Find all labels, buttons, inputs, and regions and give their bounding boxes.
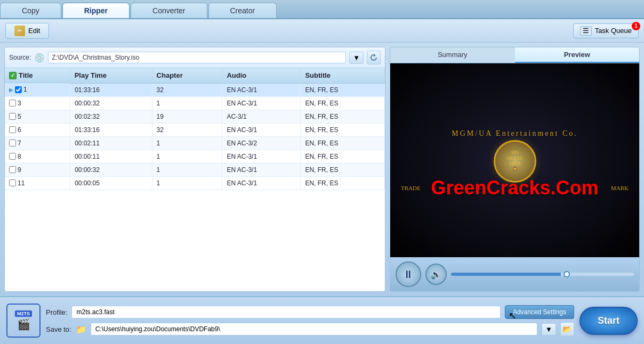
- m2ts-badge: M2TS: [15, 310, 32, 317]
- table-row[interactable]: 1100:00:051EN AC-3/1EN, FR, ES: [5, 176, 385, 190]
- table-row[interactable]: ▶101:33:1632EN AC-3/1EN, FR, ES: [5, 83, 385, 96]
- subtitle-header: Subtitle: [301, 68, 385, 83]
- audio-header: Audio: [222, 68, 301, 83]
- refresh-icon: [369, 53, 378, 62]
- subtitle-cell: EN, FR, ES: [301, 163, 385, 176]
- advanced-settings-button[interactable]: Advanced Settings: [505, 305, 574, 319]
- playtime-cell: 00:02:11: [70, 136, 152, 150]
- start-button[interactable]: Start: [579, 307, 638, 335]
- saveto-browse-button[interactable]: 📂: [560, 322, 574, 336]
- title-cell: 11: [5, 176, 70, 190]
- title-id: 6: [18, 126, 21, 134]
- playtime-cell: 01:33:16: [70, 123, 152, 136]
- table-row[interactable]: 800:00:111EN AC-3/1EN, FR, ES: [5, 150, 385, 163]
- tab-preview[interactable]: Preview: [515, 47, 640, 63]
- source-input[interactable]: [48, 52, 346, 63]
- saveto-label: Save to:: [46, 325, 71, 333]
- main-content: Source: 💿 ▼ ✓ Title: [0, 43, 644, 296]
- title-id: 7: [18, 140, 21, 147]
- subtitle-cell: EN, FR, ES: [301, 150, 385, 163]
- edit-icon: ✏: [14, 26, 25, 36]
- select-all-checkbox[interactable]: ✓: [9, 72, 17, 79]
- title-id: 5: [18, 113, 21, 120]
- table-row[interactable]: 500:02:3219AC-3/1EN, FR, ES: [5, 110, 385, 123]
- player-controls: ⏸ 🔊: [390, 257, 639, 291]
- dvd-icon: 💿: [34, 53, 45, 63]
- profile-label: Profile:: [46, 308, 67, 316]
- title-cell: 3: [5, 96, 70, 110]
- mgm-logo: MGM/UA Entertainment Co. ARSGRATIAARTIS🦁…: [390, 124, 639, 196]
- playtime-cell: 00:02:32: [70, 110, 152, 123]
- audio-cell: EN AC-3/1: [222, 176, 301, 190]
- titles-grid: ✓ Title Play Time Chapter Audio Subtitle…: [5, 68, 385, 190]
- left-panel: Source: 💿 ▼ ✓ Title: [4, 47, 385, 292]
- chapter-cell: 1: [152, 136, 222, 150]
- row-arrow: ▶: [9, 87, 13, 93]
- video-placeholder: MGM/UA Entertainment Co. ARSGRATIAARTIS🦁…: [390, 63, 639, 257]
- table-row[interactable]: 700:02:111EN AC-3/2EN, FR, ES: [5, 136, 385, 150]
- table-row[interactable]: 601:33:1632EN AC-3/1EN, FR, ES: [5, 123, 385, 136]
- table-row[interactable]: 900:00:321EN AC-3/1EN, FR, ES: [5, 163, 385, 176]
- tab-converter[interactable]: Converter: [131, 3, 207, 18]
- row-checkbox[interactable]: [9, 140, 16, 146]
- title-cell: ▶1: [5, 83, 70, 96]
- row-checkbox[interactable]: [9, 113, 16, 120]
- tab-ripper[interactable]: Ripper: [62, 3, 130, 18]
- volume-button[interactable]: 🔊: [425, 264, 447, 285]
- chapter-cell: 32: [152, 123, 222, 136]
- saveto-dropdown-button[interactable]: ▼: [542, 323, 556, 335]
- playtime-cell: 01:33:16: [70, 83, 152, 96]
- table-row[interactable]: 300:00:321EN AC-3/1EN, FR, ES: [5, 96, 385, 110]
- tab-creator[interactable]: Creator: [208, 3, 277, 18]
- row-checkbox[interactable]: [9, 166, 16, 173]
- title-cell: 5: [5, 110, 70, 123]
- title-header: ✓ Title: [5, 68, 70, 83]
- profile-row: Profile: ↖ Advanced Settings: [46, 305, 574, 319]
- title-table: ✓ Title Play Time Chapter Audio Subtitle…: [5, 68, 385, 291]
- row-checkbox[interactable]: [9, 100, 16, 107]
- mgm-bottom-text: TRADE MARK: [396, 185, 634, 191]
- row-checkbox[interactable]: [9, 179, 16, 186]
- profile-input[interactable]: [71, 306, 500, 318]
- subtitle-cell: EN, FR, ES: [301, 83, 385, 96]
- chapter-cell: 19: [152, 110, 222, 123]
- audio-cell: EN AC-3/1: [222, 150, 301, 163]
- folder-icon: 📁: [76, 324, 86, 334]
- audio-cell: EN AC-3/1: [222, 83, 301, 96]
- pause-button[interactable]: ⏸: [396, 261, 421, 287]
- volume-thumb: [564, 271, 570, 277]
- tab-bar: Copy Ripper Converter Creator: [0, 0, 644, 19]
- title-cell: 6: [5, 123, 70, 136]
- table-body: ▶101:33:1632EN AC-3/1EN, FR, ES300:00:32…: [5, 83, 385, 190]
- source-open-button[interactable]: [367, 51, 381, 64]
- title-id: 3: [18, 100, 21, 107]
- row-checkbox[interactable]: [15, 86, 22, 93]
- tab-copy[interactable]: Copy: [0, 3, 61, 18]
- task-queue-button[interactable]: ☰ Task Queue 1: [573, 23, 639, 38]
- task-queue-label: Task Queue: [595, 27, 632, 35]
- source-dropdown-button[interactable]: ▼: [349, 52, 364, 64]
- audio-cell: EN AC-3/1: [222, 123, 301, 136]
- m2ts-icon: M2TS 🎬: [6, 304, 41, 338]
- task-badge: 1: [632, 22, 640, 30]
- volume-slider[interactable]: [451, 273, 634, 276]
- audio-cell: EN AC-3/1: [222, 96, 301, 110]
- title-id: 9: [18, 166, 21, 174]
- title-id: 1: [23, 86, 27, 93]
- chapter-cell: 1: [152, 163, 222, 176]
- playtime-header: Play Time: [70, 68, 152, 83]
- edit-button[interactable]: ✏ Edit: [5, 23, 49, 39]
- mgm-circle: ARSGRATIAARTIS🦁: [494, 140, 536, 183]
- tab-summary[interactable]: Summary: [390, 47, 515, 63]
- row-checkbox[interactable]: [9, 153, 16, 160]
- task-queue-icon: ☰: [580, 26, 592, 36]
- saveto-input[interactable]: [91, 323, 537, 335]
- audio-cell: EN AC-3/1: [222, 163, 301, 176]
- playtime-cell: 00:00:05: [70, 176, 152, 190]
- chapter-cell: 1: [152, 150, 222, 163]
- chapter-cell: 1: [152, 96, 222, 110]
- saveto-row: Save to: 📁 ▼ 📂: [46, 322, 574, 336]
- audio-cell: EN AC-3/2: [222, 136, 301, 150]
- row-checkbox[interactable]: [9, 126, 16, 133]
- subtitle-cell: EN, FR, ES: [301, 123, 385, 136]
